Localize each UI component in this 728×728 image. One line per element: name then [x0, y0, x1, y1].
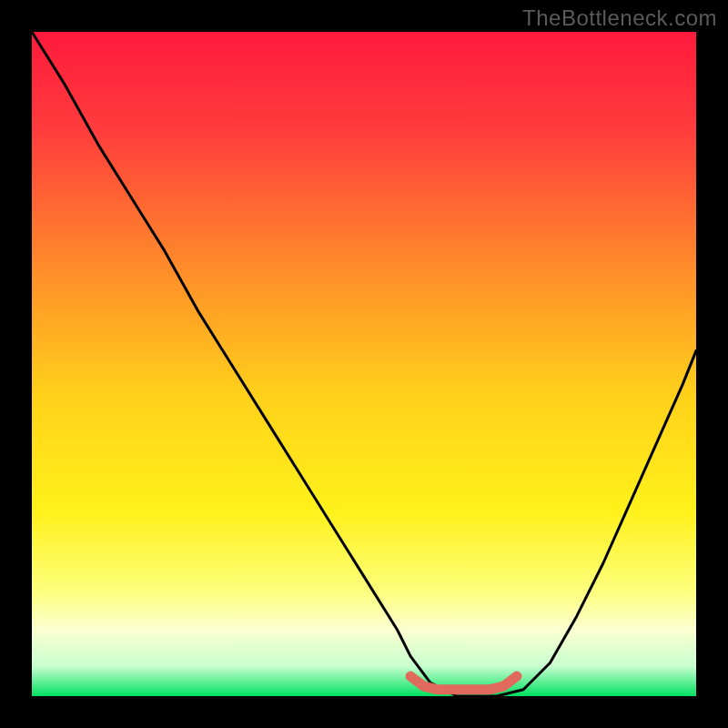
bottleneck-chart: TheBottleneck.com	[0, 0, 728, 728]
plot-background	[32, 32, 696, 696]
chart-canvas	[0, 0, 728, 728]
